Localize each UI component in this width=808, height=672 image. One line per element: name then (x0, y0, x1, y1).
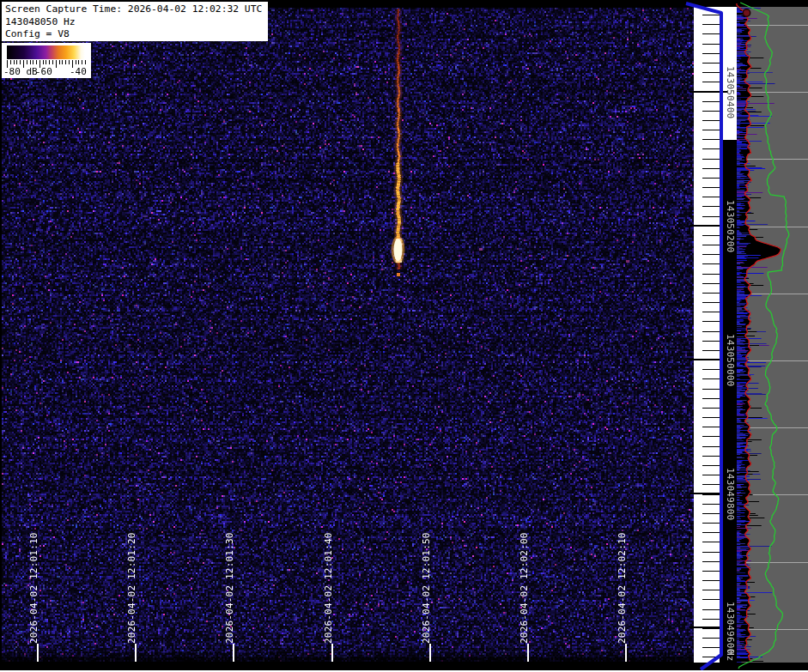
config-text: Config = V8 (5, 28, 268, 41)
time-axis-label: 2026-04-02 12:01:10 (28, 532, 39, 644)
frequency-axis-label: 143050400 (725, 66, 736, 118)
frequency-axis-label: 143050200 (725, 200, 736, 252)
capture-time-text: Screen Capture Time: 2026-04-02 12:02:32… (5, 3, 268, 16)
time-axis-label: 2026-04-02 12:02:00 (519, 532, 530, 644)
frequency-axis-label: 143049800 (725, 468, 736, 520)
time-axis-label: 2026-04-02 12:01:40 (323, 532, 334, 644)
colorbar-label-mid: -60 (35, 66, 52, 77)
time-axis-label: 2026-04-02 12:01:50 (421, 532, 432, 644)
time-axis-label: 2026-04-02 12:01:20 (126, 532, 137, 644)
colorbar: -80 dB -60 -40 (2, 43, 91, 78)
time-axis-label: 2026-04-02 12:02:10 (617, 532, 628, 644)
colorbar-gradient (7, 45, 85, 59)
capture-info-box: Screen Capture Time: 2026-04-02 12:02:32… (2, 2, 268, 41)
frequency-axis-unit: Hz (725, 650, 736, 662)
spectrum-lab-screen: Screen Capture Time: 2026-04-02 12:02:32… (0, 0, 808, 672)
frequency-axis-label: 143049600 (725, 602, 736, 654)
spectrogram-canvas (0, 0, 808, 672)
frequency-axis-label: 143050000 (725, 334, 736, 386)
colorbar-label-max: -40 (70, 66, 87, 77)
colorbar-label-min: -80 dB (3, 66, 38, 77)
time-axis-label: 2026-04-02 12:01:30 (224, 532, 235, 644)
receiver-frequency-text: 143048050 Hz (5, 16, 268, 29)
